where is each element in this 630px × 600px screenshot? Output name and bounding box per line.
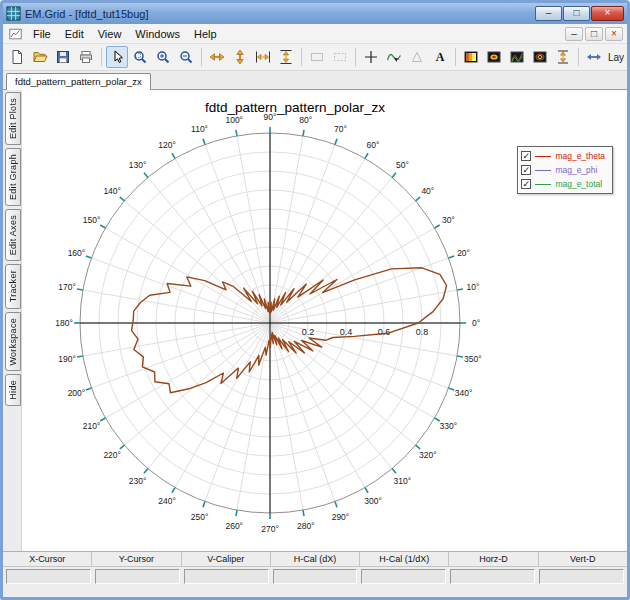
plot-area: 0°10°20°30°40°50°60°70°80°90°100°110°120… xyxy=(22,90,627,551)
legend-checkbox-mag-e-total[interactable]: ✓ xyxy=(521,179,531,189)
side-tab-workspace[interactable]: Workspace xyxy=(5,312,21,372)
angle-tick xyxy=(77,356,83,357)
bottom-field-h-cal-dx xyxy=(273,569,358,584)
curve-tracker-button[interactable] xyxy=(383,46,405,68)
chart-title: fdtd_pattern_pattern_polar_zx xyxy=(205,100,385,115)
angle-tick xyxy=(144,469,148,474)
contour-plot-button[interactable] xyxy=(529,46,551,68)
cursor-status-bar: X-CursorY-CursorV-CaliperH-Cal (dX)H-Cal… xyxy=(3,551,627,597)
tab-fdtd-pattern-pattern-polar-zx[interactable]: fdtd_pattern_pattern_polar_zx xyxy=(6,73,151,90)
bottom-header-vert-d: Vert-D xyxy=(539,552,627,566)
crosshair-tracker-button[interactable] xyxy=(360,46,382,68)
legend-row-mag-e-phi: ✓mag_e_phi xyxy=(521,164,605,176)
radial-label: 0.8 xyxy=(416,327,429,337)
angle-label: 160° xyxy=(68,248,86,258)
angle-tick xyxy=(172,153,175,158)
side-tab-label: Edit Graph xyxy=(8,154,18,200)
zoom-window-button[interactable] xyxy=(129,46,151,68)
angle-tick xyxy=(236,510,237,516)
text-annotation-icon: A xyxy=(432,49,448,65)
fit-vertical-button[interactable] xyxy=(275,46,297,68)
print-icon xyxy=(78,49,94,65)
status-spacer xyxy=(3,587,627,596)
image-plot-button[interactable] xyxy=(483,46,505,68)
bottom-header-h-cal-dx: H-Cal (dX) xyxy=(271,552,360,566)
expand-horizontal-button[interactable] xyxy=(206,46,228,68)
zoom-out-icon xyxy=(178,49,194,65)
angle-label: 180° xyxy=(55,318,73,328)
angle-tick xyxy=(236,130,237,136)
toolbar-separator xyxy=(301,48,302,66)
colormap-plot-icon xyxy=(463,49,479,65)
menu-edit[interactable]: Edit xyxy=(58,26,91,42)
legend-row-mag-e-total: ✓mag_e_total xyxy=(521,178,605,190)
side-tab-hide[interactable]: Hide xyxy=(5,374,21,406)
layout-button[interactable]: Layou xyxy=(605,50,624,64)
menu-file[interactable]: File xyxy=(26,26,58,42)
bottom-field-y-cursor xyxy=(95,569,180,584)
expand-vertical-icon xyxy=(232,49,248,65)
angle-label: 320° xyxy=(419,450,437,460)
angle-tick xyxy=(457,289,463,290)
bottom-header-x-cursor: X-Cursor xyxy=(3,552,92,566)
side-tab-edit-plots[interactable]: Edit Plots xyxy=(5,92,21,145)
angle-tick xyxy=(449,388,455,390)
side-tab-edit-graph[interactable]: Edit Graph xyxy=(5,148,21,206)
maximize-button[interactable]: □ xyxy=(563,6,590,21)
print-button[interactable] xyxy=(75,46,97,68)
angle-label: 350° xyxy=(464,354,482,364)
angle-label: 100° xyxy=(225,115,243,125)
legend-checkbox-mag-e-theta[interactable]: ✓ xyxy=(521,151,531,161)
menu-windows[interactable]: Windows xyxy=(128,26,187,42)
angle-label: 240° xyxy=(158,496,176,506)
angle-tick xyxy=(172,488,175,493)
angle-label: 130° xyxy=(129,160,147,170)
open-file-button[interactable] xyxy=(29,46,51,68)
mdi-close-button[interactable]: × xyxy=(605,27,623,41)
legend-line-mag-e-total xyxy=(535,184,551,185)
menu-help[interactable]: Help xyxy=(187,26,224,42)
spread-vertical-button[interactable] xyxy=(552,46,574,68)
angle-tick xyxy=(416,445,421,449)
toolbar-buttons: A xyxy=(6,46,605,68)
close-button[interactable]: × xyxy=(591,6,624,21)
angle-tick xyxy=(120,445,125,449)
fit-horizontal-button[interactable] xyxy=(252,46,274,68)
mdi-minimize-button[interactable]: – xyxy=(565,27,583,41)
colormap-plot-button[interactable] xyxy=(460,46,482,68)
waterfall-plot-button[interactable] xyxy=(506,46,528,68)
save-button[interactable] xyxy=(52,46,74,68)
angle-label: 230° xyxy=(129,476,147,486)
angle-label: 270° xyxy=(261,524,279,534)
angle-label: 110° xyxy=(191,124,208,134)
legend-checkbox-mag-e-phi[interactable]: ✓ xyxy=(521,165,531,175)
cursor-status-fields xyxy=(3,567,627,587)
select-cursor-button[interactable] xyxy=(106,46,128,68)
new-file-button[interactable] xyxy=(6,46,28,68)
zoom-in-icon xyxy=(155,49,171,65)
angle-label: 150° xyxy=(83,215,101,225)
angle-label: 120° xyxy=(158,140,176,150)
link-axes-button[interactable] xyxy=(583,46,605,68)
legend-label-mag-e-theta: mag_e_theta xyxy=(555,151,605,161)
curve-tracker-icon xyxy=(386,49,402,65)
angle-label: 20° xyxy=(457,248,470,258)
angle-label: 220° xyxy=(103,450,121,460)
new-file-icon xyxy=(9,49,25,65)
zoom-rect-dashed-icon xyxy=(332,49,348,65)
angle-label: 330° xyxy=(440,421,458,431)
zoom-in-button[interactable] xyxy=(152,46,174,68)
minimize-button[interactable]: – xyxy=(535,6,562,21)
side-tab-edit-axes[interactable]: Edit Axes xyxy=(5,209,21,261)
menu-view[interactable]: View xyxy=(91,26,129,42)
expand-vertical-button[interactable] xyxy=(229,46,251,68)
cursor-status-headers: X-CursorY-CursorV-CaliperH-Cal (dX)H-Cal… xyxy=(3,552,627,567)
angle-tick xyxy=(303,130,304,136)
zoom-out-button[interactable] xyxy=(175,46,197,68)
mdi-restore-button[interactable]: □ xyxy=(585,27,603,41)
toolbar-separator xyxy=(355,48,356,66)
zoom-rect-icon xyxy=(309,49,325,65)
text-annotation-button[interactable]: A xyxy=(429,46,451,68)
side-tab-tracker[interactable]: Tracker xyxy=(5,264,21,308)
caliper-button xyxy=(406,46,428,68)
